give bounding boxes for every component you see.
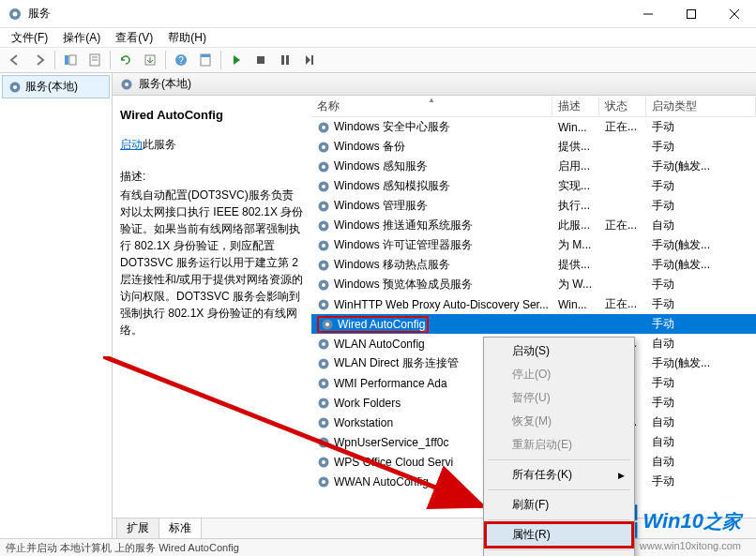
service-type: 自动 (646, 434, 756, 450)
svg-text:?: ? (178, 55, 184, 66)
service-type: 手动 (646, 473, 756, 489)
refresh-button[interactable] (114, 50, 137, 70)
start-service-button[interactable] (225, 50, 248, 70)
service-type: 手动 (646, 198, 756, 214)
svg-point-29 (322, 165, 325, 169)
service-type: 手动 (646, 119, 756, 135)
services-app-icon (8, 7, 23, 22)
service-name: Windows 预览体验成员服务 (334, 277, 473, 293)
watermark-url: www.win10xitong.com (640, 540, 741, 551)
prop-sheet-button[interactable] (194, 50, 217, 70)
tab-extended[interactable]: 扩展 (116, 518, 159, 538)
svg-point-61 (322, 480, 325, 484)
service-icon (317, 141, 330, 154)
service-row[interactable]: Windows 备份提供...手动 (311, 137, 756, 157)
tree-root-item[interactable]: 服务(本地) (2, 75, 110, 98)
watermark-prefix: Win10 (643, 509, 703, 533)
col-status[interactable]: 状态 (599, 97, 646, 116)
tab-standard[interactable]: 标准 (159, 518, 202, 538)
svg-rect-3 (688, 9, 696, 18)
menu-refresh[interactable]: 刷新(F) (486, 493, 632, 517)
service-name: Windows 备份 (334, 139, 405, 155)
service-name: Windows 安全中心服务 (334, 119, 450, 135)
service-status: 正在... (599, 296, 646, 312)
pause-service-button[interactable] (274, 50, 296, 70)
menu-properties[interactable]: 属性(R) (486, 523, 632, 547)
col-startup-type[interactable]: 启动类型 (646, 97, 756, 116)
tree-root-label: 服务(本地) (25, 79, 78, 95)
service-desc: 此服... (552, 218, 599, 233)
service-icon (317, 239, 330, 252)
window-title: 服务 (28, 6, 627, 22)
service-name: WLAN AutoConfig (334, 338, 425, 351)
service-icon (317, 259, 330, 272)
service-icon (317, 475, 330, 488)
menu-pause: 暂停(U) (486, 386, 632, 410)
menu-view[interactable]: 查看(V) (108, 28, 160, 48)
show-hide-tree-button[interactable] (59, 50, 82, 70)
properties-button[interactable] (83, 50, 106, 70)
title-bar: 服务 (0, 0, 756, 28)
svg-point-37 (322, 244, 325, 248)
service-name: Windows 感知服务 (334, 158, 428, 174)
export-list-button[interactable] (139, 50, 161, 70)
menu-start[interactable]: 启动(S) (486, 339, 632, 363)
forward-button[interactable] (28, 50, 51, 70)
col-description[interactable]: 描述 (552, 97, 599, 116)
service-desc: 提供... (552, 139, 599, 155)
svg-point-1 (13, 11, 18, 16)
selected-service-name: Wired AutoConfig (120, 106, 304, 125)
watermark-suffix: 之家 (703, 509, 741, 534)
service-type: 手动 (646, 277, 756, 293)
minimize-button[interactable] (627, 0, 670, 27)
service-status: 正在... (599, 119, 646, 135)
toolbar: ? (0, 47, 756, 73)
svg-point-33 (322, 204, 325, 208)
svg-point-41 (322, 283, 325, 287)
sort-ascending-icon: ▲ (428, 96, 435, 104)
svg-rect-15 (201, 54, 210, 57)
service-type: 自动 (646, 454, 756, 470)
menu-all-tasks[interactable]: 所有任务(K)▶ (486, 463, 632, 487)
service-icon (317, 456, 330, 469)
service-row[interactable]: Windows 预览体验成员服务为 W...手动 (311, 275, 756, 294)
service-name: Windows 推送通知系统服务 (334, 218, 473, 233)
col-name[interactable]: 名称▲ (311, 97, 552, 116)
service-row[interactable]: Windows 安全中心服务Win...正在...手动 (311, 117, 756, 137)
service-desc: 为 W... (552, 277, 599, 293)
help-button[interactable]: ? (170, 50, 192, 70)
maximize-button[interactable] (670, 0, 713, 27)
service-row[interactable]: Windows 推送通知系统服务此服...正在...自动 (311, 216, 756, 235)
svg-point-55 (322, 421, 325, 425)
start-suffix: 此服务 (143, 138, 176, 151)
service-row[interactable]: Windows 管理服务执行...手动 (311, 196, 756, 216)
service-type: 手动 (646, 139, 756, 155)
description-label: 描述: (120, 168, 304, 185)
service-type: 手动 (646, 296, 756, 312)
menu-action[interactable]: 操作(A) (55, 28, 108, 48)
start-service-link[interactable]: 启动 (120, 138, 143, 151)
svg-rect-18 (286, 55, 289, 65)
service-icon (317, 397, 330, 410)
service-row[interactable]: Windows 感知模拟服务实现...手动 (311, 176, 756, 196)
restart-service-button[interactable] (298, 50, 321, 70)
service-type: 自动 (646, 414, 756, 430)
menu-help[interactable]: 帮助(H) (160, 28, 214, 48)
back-button[interactable] (4, 50, 26, 70)
svg-point-53 (322, 401, 325, 405)
menu-file[interactable]: 文件(F) (4, 28, 55, 48)
stop-service-button[interactable] (249, 50, 272, 70)
service-icon (321, 318, 334, 331)
service-row[interactable]: Windows 许可证管理器服务为 M...手动(触发... (311, 235, 756, 255)
service-row[interactable]: Wired AutoConfig手动 (311, 314, 756, 334)
service-row[interactable]: WinHTTP Web Proxy Auto-Discovery Ser...W… (311, 294, 756, 314)
service-name: Windows 感知模拟服务 (334, 178, 450, 194)
service-icon (317, 357, 330, 370)
service-row[interactable]: Windows 感知服务启用...手动(触发... (311, 157, 756, 176)
service-desc: 执行... (552, 198, 599, 214)
service-name: Windows 移动热点服务 (334, 257, 450, 273)
svg-point-21 (13, 85, 17, 89)
service-row[interactable]: Windows 移动热点服务提供...手动(触发... (311, 255, 756, 275)
close-button[interactable] (713, 0, 756, 27)
svg-point-47 (322, 342, 325, 346)
